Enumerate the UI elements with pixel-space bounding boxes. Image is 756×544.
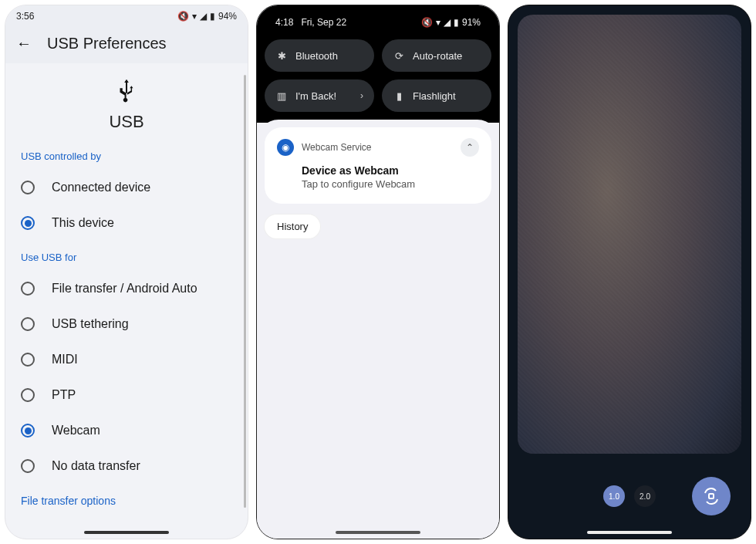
section-controlled-by: USB controlled by [5,140,248,170]
history-chip[interactable]: History [265,215,320,238]
radio-icon[interactable] [21,424,35,438]
status-bar: 3:56 🔇 ▾ ◢ ▮ 94% [5,5,248,27]
controlled-by-option[interactable]: Connected device [5,170,248,205]
radio-icon[interactable] [21,216,35,230]
use-usb-for-option[interactable]: File transfer / Android Auto [5,271,248,306]
notification-shade: ◉ Webcam Service ⌃ Device as Webcam Tap … [257,120,499,539]
radio-label: USB tethering [52,317,129,331]
zoom-1x0[interactable]: 1.0 [603,485,625,507]
battery-icon: ▮ [454,17,459,28]
mute-icon: 🔇 [177,11,189,22]
qs-tile-device[interactable]: ▥I'm Back!› [265,79,374,112]
notification-app-name: Webcam Service [302,142,371,153]
qs-tile-label: Bluetooth [295,50,338,62]
radio-icon[interactable] [21,317,35,331]
switch-camera-icon [702,487,721,505]
phone-usb-prefs: 3:56 🔇 ▾ ◢ ▮ 94% ← USB Preferences USB U… [5,5,248,539]
use-usb-for-option[interactable]: PTP [5,377,248,413]
usb-heading: USB [5,112,248,132]
use-usb-for-option[interactable]: MIDI [5,342,248,377]
radio-label: Webcam [52,424,100,438]
signal-icon: ◢ [444,17,451,28]
use-usb-for-option[interactable]: Webcam [5,413,248,448]
status-time-date: 4:18 Fri, Sep 22 [275,17,346,28]
status-time: 4:18 [275,17,293,28]
radio-icon[interactable] [21,459,35,473]
flashlight-icon: ▮ [393,90,405,102]
qs-tile-label: Flashlight [413,90,456,102]
radio-label: This device [52,216,114,230]
title-bar: ← USB Preferences [5,27,248,63]
radio-label: MIDI [52,353,78,367]
scroll-indicator[interactable] [244,75,246,508]
radio-icon[interactable] [21,353,35,367]
back-icon[interactable]: ← [16,35,32,52]
file-transfer-options-link[interactable]: File transfer options [5,484,248,518]
bluetooth-icon: ✱ [275,50,288,62]
use-usb-for-option[interactable]: USB tethering [5,306,248,342]
switch-camera-button[interactable] [692,477,731,515]
svg-rect-0 [709,494,714,498]
collapse-icon[interactable]: ⌃ [461,138,479,157]
phone-quick-settings: 4:18 Fri, Sep 22 🔇 ▾ ◢ ▮ 91% ✱Bluetooth⟳… [256,5,500,539]
radio-label: Connected device [52,181,150,194]
notification-body: Tap to configure Webcam [302,178,479,190]
notification-card[interactable]: ◉ Webcam Service ⌃ Device as Webcam Tap … [265,127,491,204]
radio-label: PTP [52,388,76,402]
status-right: 🔇 ▾ ◢ ▮ 91% [421,17,481,28]
use-usb-for-option[interactable]: No data transfer [5,448,248,484]
status-time: 3:56 [16,11,34,22]
qs-tile-rotate[interactable]: ⟳Auto-rotate [382,39,491,72]
battery-pct: 94% [218,11,237,22]
qs-tile-label: Auto-rotate [413,50,462,62]
radio-icon[interactable] [21,181,35,194]
qs-tile-bluetooth[interactable]: ✱Bluetooth [265,39,374,72]
nav-pill[interactable] [336,531,420,534]
radio-icon[interactable] [21,282,35,296]
phone-webcam-preview: 1.02.0 [508,5,751,539]
radio-label: No data transfer [52,459,140,473]
controlled-by-option[interactable]: This device [5,205,248,241]
status-date: Fri, Sep 22 [301,17,346,28]
usb-hero: USB [5,63,248,140]
qs-tile-label: I'm Back! [295,90,336,102]
usb-icon [5,77,248,107]
page-title: USB Preferences [47,35,167,52]
device-icon: ▥ [275,90,288,102]
mute-icon: 🔇 [421,17,433,28]
nav-pill[interactable] [587,531,672,534]
battery-pct: 91% [462,17,481,28]
battery-icon: ▮ [210,11,215,22]
zoom-2x0[interactable]: 2.0 [634,485,656,507]
webcam-app-icon: ◉ [277,139,294,156]
section-use-for: Use USB for [5,241,248,271]
zoom-row: 1.02.0 [603,485,656,507]
wifi-icon: ▾ [436,17,440,28]
status-right: 🔇 ▾ ◢ ▮ 94% [177,11,237,22]
radio-icon[interactable] [21,388,35,402]
notification-title: Device as Webcam [302,164,479,177]
chevron-right-icon: › [360,90,363,101]
camera-preview[interactable] [518,15,741,454]
nav-pill[interactable] [84,531,169,534]
qs-tile-flashlight[interactable]: ▮Flashlight [382,79,491,112]
camera-control-bar: 1.02.0 [508,454,751,539]
radio-label: File transfer / Android Auto [52,282,197,296]
rotate-icon: ⟳ [393,50,405,62]
quick-settings-grid: ✱Bluetooth⟳Auto-rotate▥I'm Back!›▮Flashl… [265,39,491,112]
signal-icon: ◢ [200,11,207,22]
status-bar: 4:18 Fri, Sep 22 🔇 ▾ ◢ ▮ 91% [265,12,491,33]
wifi-icon: ▾ [192,11,197,22]
